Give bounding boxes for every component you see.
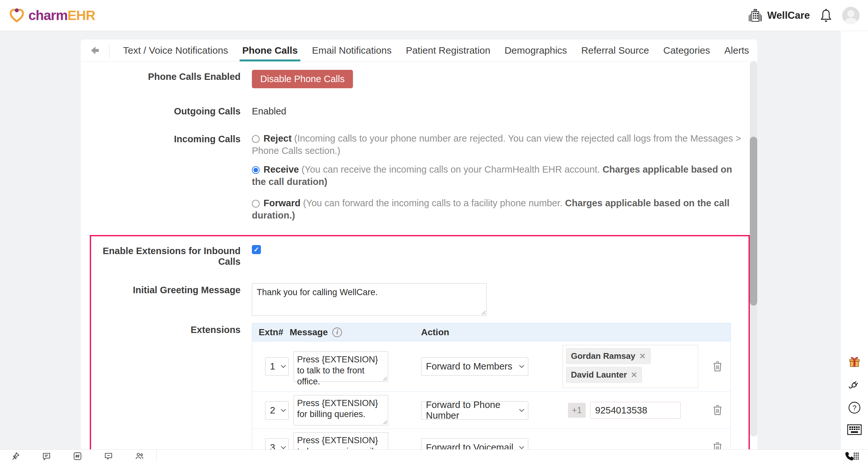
notifications-bell-icon[interactable] xyxy=(819,8,833,23)
charm-ehr-logo: charmEHR xyxy=(8,7,95,24)
phone-calls-enabled-label: Phone Calls Enabled xyxy=(81,70,241,82)
forward-description: (You can forward the incoming calls to a… xyxy=(303,198,565,208)
user-avatar[interactable] xyxy=(842,7,860,24)
app-header: charmEHR WellCare xyxy=(0,0,868,31)
extn-message-textarea-2[interactable]: Press {EXTENSION} for billing queries. xyxy=(293,395,388,426)
incoming-calls-row: Incoming Calls Reject(Incoming calls to … xyxy=(81,132,757,228)
column-extn: Extn# xyxy=(252,327,290,338)
reject-description: (Incoming calls to your phone number are… xyxy=(252,133,741,156)
logo-text: charmEHR xyxy=(28,8,95,23)
gift-icon[interactable] xyxy=(847,354,862,369)
forward-radio[interactable] xyxy=(252,200,259,207)
receive-description: (You can receive the incoming calls on y… xyxy=(302,164,602,175)
tab-alerts[interactable]: Alerts xyxy=(724,39,749,61)
greeting-label: Initial Greeting Message xyxy=(91,283,241,295)
members-chips-box[interactable]: Gordan Ramsay ✕ David Launter ✕ xyxy=(562,345,698,388)
phone-calls-enabled-row: Phone Calls Enabled Disable Phone Calls xyxy=(81,70,757,88)
vertical-scrollbar-thumb[interactable] xyxy=(750,137,757,306)
taskbar-item-my-pins[interactable]: My Pins xyxy=(0,450,31,461)
column-message: Message xyxy=(290,327,328,338)
tab-text-voice-notifications[interactable]: Text / Voice Notifications xyxy=(123,39,228,61)
chevron-down-icon xyxy=(281,444,286,449)
chevron-down-icon xyxy=(519,444,524,449)
enable-extensions-label: Enable Extensions for Inbound Calls xyxy=(91,244,241,267)
extn-message-textarea-1[interactable]: Press {EXTENSION} to talk to the front o… xyxy=(293,351,388,382)
incoming-option-forward: Forward(You can forward the incoming cal… xyxy=(252,197,746,222)
back-arrow-icon[interactable] xyxy=(89,44,101,57)
tab-referral-source[interactable]: Referral Source xyxy=(581,39,649,61)
tab-phone-calls[interactable]: Phone Calls xyxy=(242,39,298,61)
column-action: Action xyxy=(421,327,731,338)
bottom-taskbar: My Pins Chats Channels Threads xyxy=(0,449,868,461)
forward-phone-number-input[interactable]: 9254013538 xyxy=(590,402,681,419)
incoming-option-receive: Receive(You can receive the incoming cal… xyxy=(252,163,746,188)
practice-selector[interactable]: WellCare xyxy=(748,9,810,22)
extn-number-select-1[interactable]: 1 xyxy=(265,357,289,376)
outgoing-calls-value: Enabled xyxy=(252,105,286,117)
channel-hash-icon xyxy=(73,451,82,461)
tabbar-divider xyxy=(109,43,110,58)
chevron-down-icon xyxy=(519,407,524,412)
practice-name: WellCare xyxy=(767,10,810,21)
resize-grip-icon[interactable] xyxy=(383,377,387,381)
extensions-label: Extensions xyxy=(91,323,241,335)
chevron-down-icon xyxy=(519,363,524,368)
reject-radio[interactable] xyxy=(252,135,259,143)
right-utility-strip: ? xyxy=(840,31,868,449)
chevron-down-icon xyxy=(281,363,286,368)
greeting-row: Initial Greeting Message Thank you for c… xyxy=(91,283,748,316)
disable-phone-calls-button[interactable]: Disable Phone Calls xyxy=(252,70,353,88)
pin-icon xyxy=(11,451,20,461)
settings-tabbar: Text / Voice Notifications Phone Calls E… xyxy=(81,39,757,61)
help-icon[interactable]: ? xyxy=(848,401,861,414)
plug-icon[interactable] xyxy=(847,378,862,392)
enable-extensions-row: Enable Extensions for Inbound Calls ✓ xyxy=(91,244,748,267)
extensions-table-header: Extn# Message i Action xyxy=(252,323,731,341)
receive-radio-label[interactable]: Receive xyxy=(264,164,299,175)
people-icon xyxy=(135,451,144,461)
extensions-highlight-box: Enable Extensions for Inbound Calls ✓ In… xyxy=(90,235,750,461)
extension-row-2: 2 Press {EXTENSION} for billing queries. xyxy=(252,392,731,429)
tab-email-notifications[interactable]: Email Notifications xyxy=(312,39,392,61)
resize-grip-icon[interactable] xyxy=(383,420,387,425)
hospital-building-icon xyxy=(748,9,763,22)
extn-action-select-1[interactable]: Forward to Members xyxy=(421,357,528,376)
phone-dialer-icon[interactable] xyxy=(844,451,860,461)
keyboard-icon[interactable] xyxy=(847,424,862,435)
resize-grip-icon[interactable] xyxy=(482,311,486,315)
extn-number-select-2[interactable]: 2 xyxy=(265,401,289,420)
taskbar-item-people[interactable]: People xyxy=(124,450,155,461)
receive-radio[interactable] xyxy=(252,166,259,174)
forward-radio-label[interactable]: Forward xyxy=(264,198,300,208)
chevron-down-icon xyxy=(281,407,286,412)
reject-radio-label[interactable]: Reject xyxy=(264,133,291,144)
svg-text:?: ? xyxy=(852,404,856,412)
settings-card: Text / Voice Notifications Phone Calls E… xyxy=(81,39,757,449)
taskbar-item-threads[interactable]: Threads xyxy=(93,450,124,461)
enable-extensions-checkbox[interactable]: ✓ xyxy=(252,245,261,254)
tab-patient-registration[interactable]: Patient Registration xyxy=(406,39,491,61)
delete-extension-icon[interactable] xyxy=(711,359,724,374)
phone-country-prefix: +1 xyxy=(568,403,586,418)
extensions-table: Extn# Message i Action 1 xyxy=(252,323,731,461)
heart-logo-icon xyxy=(8,7,25,24)
taskbar-item-channels[interactable]: Channels xyxy=(62,450,93,461)
extn-action-select-2[interactable]: Forward to Phone Number xyxy=(421,401,528,420)
incoming-option-reject: Reject(Incoming calls to your phone numb… xyxy=(252,132,746,157)
member-chip: David Launter ✕ xyxy=(566,367,642,383)
taskbar-divider xyxy=(156,450,157,461)
member-chip: Gordan Ramsay ✕ xyxy=(566,348,651,364)
remove-member-icon[interactable]: ✕ xyxy=(631,371,637,379)
remove-member-icon[interactable]: ✕ xyxy=(639,352,646,360)
extension-row-1: 1 Press {EXTENSION} to talk to the front… xyxy=(252,341,731,392)
tab-categories[interactable]: Categories xyxy=(663,39,710,61)
delete-extension-icon[interactable] xyxy=(711,403,724,417)
taskbar-item-chats[interactable]: Chats xyxy=(31,450,62,461)
message-info-icon[interactable]: i xyxy=(332,327,342,337)
thread-icon xyxy=(104,451,113,461)
greeting-textarea[interactable]: Thank you for calling WellCare. xyxy=(252,283,487,316)
incoming-calls-label: Incoming Calls xyxy=(81,132,241,145)
outgoing-calls-label: Outgoing Calls xyxy=(81,105,241,117)
tab-demographics[interactable]: Demographics xyxy=(504,39,567,61)
chat-icon xyxy=(42,451,51,461)
